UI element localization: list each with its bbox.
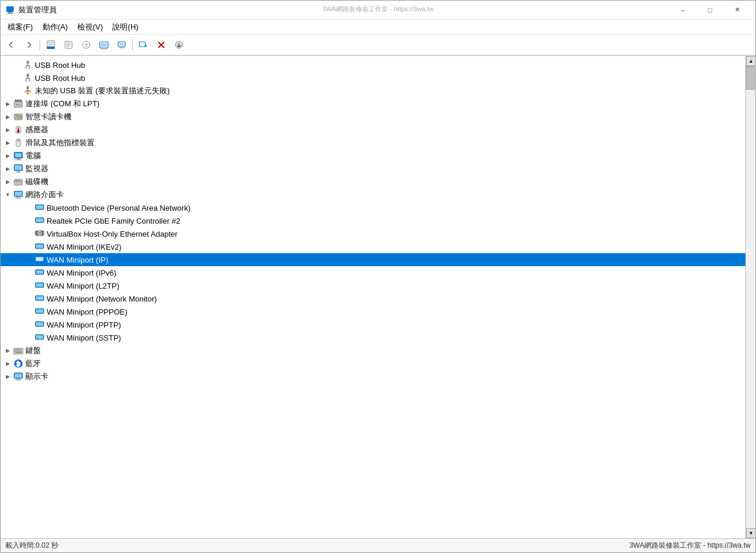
expand-keyboard[interactable]: ▶ xyxy=(3,346,12,355)
expand-ports[interactable]: ▶ xyxy=(3,99,12,109)
svg-rect-3 xyxy=(47,41,54,47)
expand-smartcard[interactable]: ▶ xyxy=(3,112,12,122)
tree-item-network[interactable]: ▼ 網路介面卡 xyxy=(1,188,745,201)
expand-usb-root-2 xyxy=(12,73,22,83)
menu-help[interactable]: 說明(H) xyxy=(107,21,143,34)
wan-ipv6-text: WAN Miniport (IPv6) xyxy=(47,269,116,277)
tree-item-computer[interactable]: ▶ 電腦 xyxy=(1,149,745,162)
tree-item-ports[interactable]: ▶ 連接埠 (COM 和 LPT) xyxy=(1,97,745,110)
vertical-scrollbar[interactable]: ▲ ▼ xyxy=(745,56,755,538)
scroll-up-button[interactable]: ▲ xyxy=(746,56,755,66)
svg-rect-118 xyxy=(15,352,21,354)
connection-button[interactable] xyxy=(113,37,130,53)
tree-item-monitor[interactable]: ▶ 監視器 xyxy=(1,162,745,175)
svg-rect-102 xyxy=(36,296,43,300)
svg-rect-72 xyxy=(15,153,22,158)
expand-bluetooth[interactable]: ▶ xyxy=(3,359,12,368)
menu-view[interactable]: 檢視(V) xyxy=(73,21,107,34)
svg-rect-111 xyxy=(17,349,18,351)
svg-rect-1 xyxy=(8,12,12,13)
expand-display[interactable]: ▶ xyxy=(3,372,12,381)
wan-ip-icon xyxy=(34,254,45,266)
expand-usb-unknown xyxy=(12,86,22,96)
wan-l2tp-icon xyxy=(34,280,45,292)
remove-device-button[interactable] xyxy=(153,37,170,53)
svg-point-35 xyxy=(27,65,28,66)
tree-item-disk[interactable]: ▶ 磁碟機 xyxy=(1,175,745,188)
device-properties-button[interactable] xyxy=(96,37,112,53)
tree-item-smartcard[interactable]: ▶ 智慧卡讀卡機 xyxy=(1,110,745,123)
tree-item-keyboard[interactable]: ▶ 鍵盤 xyxy=(1,344,745,357)
svg-rect-60 xyxy=(15,100,22,102)
expand-virtualbox xyxy=(24,229,34,238)
menu-action[interactable]: 動作(A) xyxy=(38,21,73,34)
forward-button[interactable] xyxy=(21,37,37,53)
tree-item-usb-unknown[interactable]: ! 未知的 USB 裝置 (要求裝置描述元失敗) xyxy=(1,84,745,97)
tree-item-wan-pppoe[interactable]: WAN Miniport (PPPOE) xyxy=(1,305,745,318)
update-driver-button[interactable] xyxy=(171,37,187,53)
svg-rect-57 xyxy=(16,103,17,106)
expand-network[interactable]: ▼ xyxy=(3,190,12,199)
close-button[interactable]: ✕ xyxy=(724,1,751,19)
add-device-button[interactable]: + xyxy=(135,37,152,53)
svg-rect-77 xyxy=(17,171,19,172)
tree-item-wan-ikev2[interactable]: WAN Miniport (IKEv2) xyxy=(1,240,745,253)
tree-item-display[interactable]: ▶ 顯示卡 xyxy=(1,370,745,383)
tree-item-wan-ipv6[interactable]: WAN Miniport (IPv6) xyxy=(1,266,745,279)
window-controls: – □ ✕ xyxy=(669,1,751,19)
minimize-button[interactable]: – xyxy=(669,1,696,19)
tree-item-wan-sstp[interactable]: WAN Miniport (SSTP) xyxy=(1,331,745,344)
realtek-icon xyxy=(34,215,45,227)
scrollbar-thumb[interactable] xyxy=(746,66,755,90)
expand-bluetooth-dev xyxy=(24,203,34,212)
tree-item-realtek[interactable]: Realtek PCIe GbE Family Controller #2 xyxy=(1,214,745,227)
expand-computer[interactable]: ▶ xyxy=(3,151,12,161)
svg-rect-83 xyxy=(15,192,22,196)
svg-rect-78 xyxy=(16,172,21,173)
svg-rect-28 xyxy=(27,61,29,64)
tree-item-bluetooth[interactable]: ▶ 藍牙 xyxy=(1,357,745,370)
toolbar-sep-1 xyxy=(40,39,40,51)
wan-netmon-text: WAN Miniport (Network Monitor) xyxy=(47,295,157,303)
computer-icon xyxy=(12,150,24,162)
menu-file[interactable]: 檔案(F) xyxy=(3,21,38,34)
scroll-down-button[interactable]: ▼ xyxy=(746,528,755,538)
device-tree[interactable]: USB Root Hub USB xyxy=(1,56,745,538)
expand-sensors[interactable]: ▶ xyxy=(3,125,12,135)
tree-item-sensors[interactable]: ▶ 感應器 xyxy=(1,123,745,136)
expand-mouse[interactable]: ▶ xyxy=(3,138,12,148)
tree-item-bluetooth-dev[interactable]: Bluetooth Device (Personal Area Network) xyxy=(1,201,745,214)
mouse-icon xyxy=(12,137,24,149)
expand-monitor[interactable]: ▶ xyxy=(3,164,12,174)
usb-root-2-text: USB Root Hub xyxy=(35,74,85,83)
svg-rect-122 xyxy=(15,374,22,378)
tree-item-wan-pptp[interactable]: WAN Miniport (PPTP) xyxy=(1,318,745,331)
svg-rect-14 xyxy=(101,43,107,47)
svg-rect-42 xyxy=(29,80,30,81)
expand-disk[interactable]: ▶ xyxy=(3,177,12,186)
expand-usb-root-1 xyxy=(12,60,22,70)
wan-pptp-text: WAN Miniport (PPTP) xyxy=(47,320,121,329)
svg-rect-34 xyxy=(29,67,30,68)
tree-item-virtualbox[interactable]: VirtualBox Host-Only Ethernet Adapter xyxy=(1,227,745,240)
bluetooth-text: 藍牙 xyxy=(25,358,41,369)
expand-wan-ipv6 xyxy=(24,268,34,277)
tree-item-wan-ip[interactable]: WAN Miniport (IP) xyxy=(1,253,745,266)
tree-item-mouse[interactable]: ▶ 滑鼠及其他指標裝置 xyxy=(1,136,745,149)
expand-wan-pptp xyxy=(24,320,34,329)
expand-realtek xyxy=(24,216,34,225)
wan-pptp-icon xyxy=(34,319,45,331)
back-button[interactable] xyxy=(3,37,19,53)
svg-rect-89 xyxy=(36,218,43,222)
tree-item-wan-netmon[interactable]: WAN Miniport (Network Monitor) xyxy=(1,292,745,305)
svg-rect-0 xyxy=(6,6,14,12)
tree-item-wan-l2tp[interactable]: WAN Miniport (L2TP) xyxy=(1,279,745,292)
tree-item-usb-root-1[interactable]: USB Root Hub xyxy=(1,58,745,71)
details-button[interactable] xyxy=(60,37,77,53)
tree-item-usb-root-2[interactable]: USB Root Hub xyxy=(1,71,745,84)
wan-ipv6-icon xyxy=(34,267,45,279)
tree-view-button[interactable] xyxy=(43,37,59,53)
maximize-button[interactable]: □ xyxy=(696,1,724,19)
svg-rect-73 xyxy=(17,158,20,159)
help-icon-button[interactable]: ? xyxy=(78,37,94,53)
